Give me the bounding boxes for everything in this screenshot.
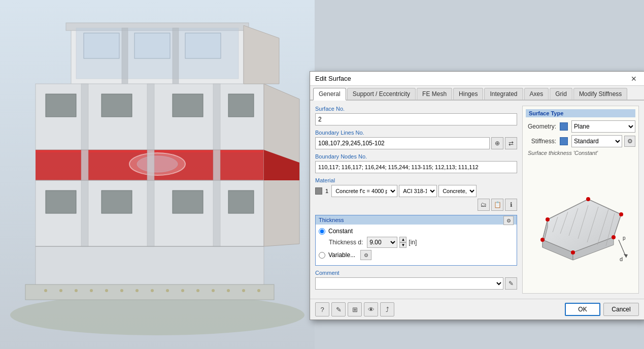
- geometry-row: Geometry: Plane: [526, 120, 635, 133]
- material-label: Material: [315, 177, 517, 183]
- export-btn[interactable]: ⤴: [380, 302, 394, 316]
- svg-point-37: [120, 289, 123, 292]
- tab-hinges[interactable]: Hinges: [453, 88, 483, 100]
- comment-edit-btn[interactable]: ✎: [505, 277, 517, 290]
- surface-no-group: Surface No.: [315, 106, 517, 125]
- thickness-unit: [in]: [409, 239, 417, 246]
- surface-no-label: Surface No.: [315, 106, 517, 112]
- tab-modify-stiffness[interactable]: Modify Stiffness: [573, 88, 627, 100]
- svg-rect-6: [134, 33, 170, 58]
- edit-surface-dialog: Edit Surface ✕ General Support / Eccentr…: [310, 71, 644, 320]
- material-color-box: [315, 187, 322, 195]
- preview-svg: d p: [532, 179, 629, 270]
- boundary-lines-info-btn[interactable]: ⇄: [505, 137, 517, 149]
- material-type-select[interactable]: Concrete, No: [438, 185, 477, 197]
- svg-point-44: [227, 289, 230, 292]
- dialog-footer: ? ✎ ⊞ 👁 ⤴ OK Cancel: [310, 299, 644, 320]
- svg-point-45: [242, 289, 245, 292]
- variable-label: Variable...: [328, 251, 355, 259]
- close-button[interactable]: ✕: [629, 75, 639, 82]
- svg-point-33: [59, 289, 62, 292]
- material-copy-btn[interactable]: 📋: [491, 199, 503, 211]
- tab-general[interactable]: General: [313, 88, 346, 101]
- variable-radio[interactable]: [319, 252, 325, 259]
- stiffness-row: Stiffness: Standard ⚙: [526, 135, 635, 147]
- svg-point-1: [10, 295, 304, 335]
- material-actions: 🗂 📋 ℹ: [315, 199, 517, 211]
- variable-settings-btn[interactable]: ⚙: [360, 250, 371, 260]
- left-panel: Surface No. Boundary Lines No. ⊕ ⇄ Bound…: [315, 106, 517, 294]
- svg-text:d: d: [620, 256, 623, 262]
- svg-rect-24: [173, 191, 203, 213]
- svg-point-21: [137, 156, 178, 172]
- view-btn[interactable]: 👁: [364, 302, 378, 316]
- tab-axes[interactable]: Axes: [524, 88, 549, 100]
- tab-bar: General Support / Eccentricity FE Mesh H…: [310, 86, 644, 101]
- stiffness-info-btn[interactable]: ⚙: [624, 136, 635, 147]
- svg-rect-14: [36, 246, 264, 287]
- tab-integrated[interactable]: Integrated: [484, 88, 523, 100]
- tab-support[interactable]: Support / Eccentricity: [347, 88, 416, 100]
- stiffness-label: Stiffness:: [526, 138, 556, 145]
- material-standard-select[interactable]: ACI 318-14: [399, 185, 437, 197]
- thickness-d-select[interactable]: 9.00: [367, 237, 397, 248]
- comment-label: Comment: [315, 270, 517, 276]
- help-btn[interactable]: ?: [315, 302, 329, 316]
- geometry-select[interactable]: Plane: [571, 120, 635, 133]
- thickness-spinner: ▲ ▼: [399, 237, 406, 248]
- cancel-button[interactable]: Cancel: [603, 303, 639, 316]
- svg-rect-26: [81, 84, 88, 246]
- svg-point-46: [257, 289, 260, 292]
- svg-rect-18: [173, 94, 203, 117]
- dialog-title-bar: Edit Surface ✕: [310, 72, 644, 86]
- comment-group: Comment ✎: [315, 270, 517, 290]
- dialog-body: Surface No. Boundary Lines No. ⊕ ⇄ Bound…: [310, 101, 644, 299]
- thickness-down-btn[interactable]: ▼: [399, 242, 406, 248]
- right-panel: Surface Type Geometry: Plane Stiffness: …: [522, 106, 639, 294]
- geometry-color-icon: [560, 122, 568, 131]
- geometry-label: Geometry:: [526, 123, 556, 130]
- material-info-btn[interactable]: ℹ: [505, 199, 517, 211]
- svg-point-42: [196, 289, 199, 292]
- thickness-up-btn[interactable]: ▲: [399, 237, 406, 242]
- svg-point-41: [181, 289, 184, 292]
- material-fc-select[interactable]: Concrete f'c = 4000 psi: [331, 185, 397, 197]
- boundary-lines-group: Boundary Lines No. ⊕ ⇄: [315, 130, 517, 149]
- svg-rect-7: [185, 33, 221, 58]
- svg-rect-15: [25, 284, 274, 300]
- svg-point-36: [105, 289, 108, 292]
- boundary-lines-select-btn[interactable]: ⊕: [491, 137, 503, 149]
- boundary-nodes-input[interactable]: [315, 161, 517, 173]
- thickness-d-label: Thickness d:: [329, 239, 363, 246]
- boundary-lines-input[interactable]: [315, 137, 490, 149]
- thickness-desc: Surface thickness 'Constant': [526, 150, 635, 156]
- stiffness-color-icon: [560, 137, 568, 145]
- ok-button[interactable]: OK: [565, 303, 600, 316]
- svg-rect-5: [84, 33, 119, 58]
- svg-point-38: [135, 289, 139, 292]
- constant-radio[interactable]: [319, 228, 325, 235]
- material-row: 1 Concrete f'c = 4000 psi ACI 318-14 Con…: [315, 185, 517, 197]
- svg-rect-27: [147, 84, 154, 246]
- svg-rect-19: [228, 94, 254, 117]
- tab-fe-mesh[interactable]: FE Mesh: [417, 88, 452, 100]
- thickness-settings-btn[interactable]: ⚙: [503, 216, 514, 225]
- svg-point-62: [586, 197, 590, 201]
- boundary-lines-label: Boundary Lines No.: [315, 130, 517, 136]
- edit-btn[interactable]: ✎: [331, 302, 346, 316]
- tab-grid[interactable]: Grid: [550, 88, 572, 100]
- footer-icons: ? ✎ ⊞ 👁 ⤴: [315, 302, 394, 316]
- stiffness-select[interactable]: Standard: [571, 135, 622, 147]
- comment-select[interactable]: [315, 277, 503, 290]
- variable-radio-row: Variable... ⚙: [319, 250, 514, 260]
- thickness-input-row: Thickness d: 9.00 ▲ ▼ [in]: [329, 237, 514, 248]
- material-browse-btn[interactable]: 🗂: [478, 199, 490, 211]
- thickness-section-content: Constant Thickness d: 9.00 ▲ ▼ [in]: [316, 225, 517, 265]
- table-btn[interactable]: ⊞: [348, 302, 362, 316]
- svg-point-35: [90, 289, 93, 292]
- surface-no-input[interactable]: [315, 113, 517, 125]
- svg-point-61: [546, 217, 550, 221]
- svg-point-64: [612, 235, 616, 239]
- svg-point-66: [540, 238, 545, 242]
- svg-rect-23: [101, 191, 132, 213]
